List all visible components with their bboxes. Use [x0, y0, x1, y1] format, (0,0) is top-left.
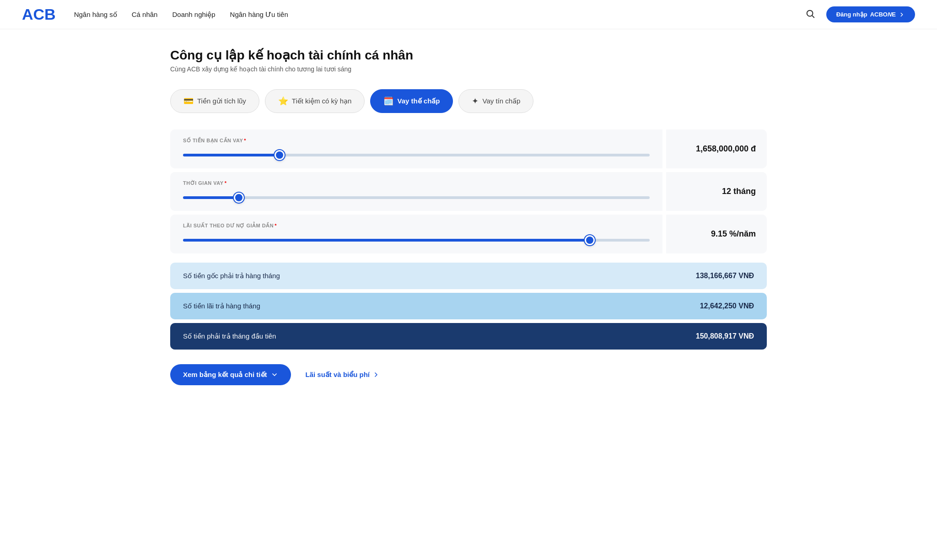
tab-vay-the-chap-label: Vay thế chấp	[397, 97, 440, 105]
result-label-so-tien-goc: Số tiền gốc phải trả hàng tháng	[183, 272, 280, 280]
nav-actions: Đăng nhập ACBONE	[802, 5, 915, 24]
slider-wrap-thoi-gian-vay	[183, 193, 650, 201]
login-button[interactable]: Đăng nhập ACBONE	[826, 6, 915, 22]
svg-line-1	[812, 16, 814, 17]
slider-so-tien-vay[interactable]	[183, 154, 650, 156]
slider-card-thoi-gian-vay: THỜI GIAN VAY*	[170, 172, 662, 211]
slider-label-so-tien-vay: SỐ TIỀN BẠN CẦN VAY*	[183, 138, 650, 144]
slider-label-thoi-gian-vay: THỜI GIAN VAY*	[183, 180, 650, 186]
slider-row-thoi-gian-vay: THỜI GIAN VAY* 12 tháng	[170, 172, 767, 211]
footer-actions: Xem bảng kết quả chi tiết Lãi suất và bi…	[170, 364, 767, 385]
slider-card-so-tien-vay: SỐ TIỀN BẠN CẦN VAY*	[170, 129, 662, 168]
result-value-so-tien-thang-dau: 150,808,917 VNĐ	[696, 332, 754, 340]
calendar-icon: 🗓️	[383, 96, 393, 106]
tab-tiet-kiem[interactable]: ⭐ Tiết kiệm có kỳ hạn	[265, 89, 365, 113]
nav-ca-nhan[interactable]: Cá nhân	[132, 11, 158, 19]
slider-amount-so-tien-vay: 1,658,000,000 đ	[666, 129, 767, 168]
tab-tiet-kiem-label: Tiết kiệm có kỳ hạn	[292, 97, 352, 105]
page-subtitle: Cùng ACB xây dựng kế hoạch tài chính cho…	[170, 65, 767, 73]
login-label: Đăng nhập	[836, 11, 867, 18]
calculator-section: SỐ TIỀN BẠN CẦN VAY* 1,658,000,000 đ THỜ…	[170, 129, 767, 350]
navbar: ACB Ngân hàng số Cá nhân Doanh nghiệp Ng…	[0, 0, 937, 29]
result-row-so-tien-thang-dau: Số tiền phải trả tháng đầu tiên 150,808,…	[170, 323, 767, 350]
nav-links: Ngân hàng số Cá nhân Doanh nghiệp Ngân h…	[74, 11, 802, 19]
savings-icon: 💳	[183, 96, 194, 106]
slider-thoi-gian-vay[interactable]	[183, 196, 650, 199]
slider-row-lai-suat: LÃI SUẤT THEO DƯ NỢ GIẢM DẦN* 9.15 %/năm	[170, 215, 767, 253]
nav-ngan-hang-so[interactable]: Ngân hàng số	[74, 11, 117, 19]
nav-ngan-hang-uu-tien[interactable]: Ngân hàng Ưu tiên	[230, 11, 288, 19]
tabs-container: 💳 Tiền gửi tích lũy ⭐ Tiết kiệm có kỳ hạ…	[170, 89, 767, 113]
chevron-right-icon-rate	[372, 371, 380, 378]
login-brand: ACBONE	[870, 11, 896, 18]
percent-icon: ✦	[472, 96, 479, 106]
slider-row-so-tien-vay: SỐ TIỀN BẠN CẦN VAY* 1,658,000,000 đ	[170, 129, 767, 168]
slider-card-lai-suat: LÃI SUẤT THEO DƯ NỢ GIẢM DẦN*	[170, 215, 662, 253]
tab-vay-the-chap[interactable]: 🗓️ Vay thế chấp	[370, 89, 453, 113]
slider-wrap-lai-suat	[183, 235, 650, 243]
slider-amount-thoi-gian-vay: 12 tháng	[666, 172, 767, 211]
result-rows: Số tiền gốc phải trả hàng tháng 138,166,…	[170, 263, 767, 350]
result-label-so-tien-lai: Số tiền lãi trả hàng tháng	[183, 302, 260, 310]
slider-amount-lai-suat: 9.15 %/năm	[666, 215, 767, 253]
tab-tien-gui[interactable]: 💳 Tiền gửi tích lũy	[170, 89, 259, 113]
search-icon	[805, 9, 815, 19]
nav-doanh-nghiep[interactable]: Doanh nghiệp	[172, 11, 215, 19]
page-title: Công cụ lập kế hoạch tài chính cá nhân	[170, 48, 767, 63]
star-icon: ⭐	[278, 96, 288, 106]
rate-link-label: Lãi suất và biểu phí	[306, 371, 370, 379]
result-value-so-tien-goc: 138,166,667 VNĐ	[696, 272, 754, 280]
result-label-so-tien-thang-dau: Số tiền phải trả tháng đầu tiên	[183, 332, 276, 340]
tab-vay-tin-chap-label: Vay tín chấp	[482, 97, 520, 105]
detail-button-label: Xem bảng kết quả chi tiết	[183, 371, 267, 379]
logo-text: ACB	[22, 5, 56, 23]
result-value-so-tien-lai: 12,642,250 VNĐ	[700, 302, 754, 310]
chevron-down-icon	[271, 371, 278, 378]
chevron-right-icon	[899, 11, 905, 18]
logo: ACB	[22, 5, 56, 23]
rate-link[interactable]: Lãi suất và biểu phí	[306, 371, 380, 379]
slider-lai-suat[interactable]	[183, 239, 650, 242]
result-row-so-tien-lai: Số tiền lãi trả hàng tháng 12,642,250 VN…	[170, 293, 767, 319]
search-button[interactable]	[802, 5, 819, 24]
slider-label-lai-suat: LÃI SUẤT THEO DƯ NỢ GIẢM DẦN*	[183, 223, 650, 229]
main-content: Công cụ lập kế hoạch tài chính cá nhân C…	[148, 29, 789, 413]
result-row-so-tien-goc: Số tiền gốc phải trả hàng tháng 138,166,…	[170, 263, 767, 289]
detail-button[interactable]: Xem bảng kết quả chi tiết	[170, 364, 291, 385]
slider-wrap-so-tien-vay	[183, 150, 650, 158]
tab-vay-tin-chap[interactable]: ✦ Vay tín chấp	[458, 89, 533, 113]
tab-tien-gui-label: Tiền gửi tích lũy	[197, 97, 246, 105]
